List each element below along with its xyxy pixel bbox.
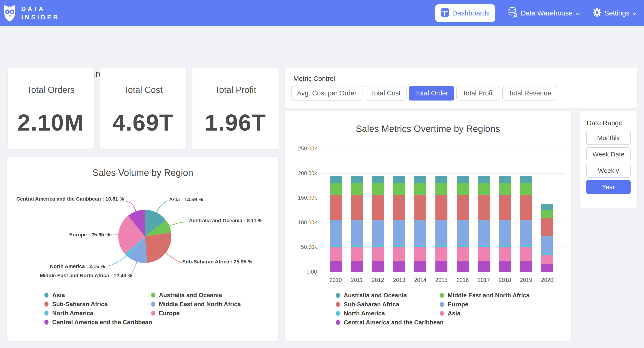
bar-segment-north-america[interactable] — [372, 245, 384, 247]
bar-segment-north-america[interactable] — [478, 245, 490, 247]
legend-item-australia-and-oceania[interactable]: Australia and Oceania — [151, 292, 241, 298]
bar-segment-europe[interactable] — [436, 220, 448, 245]
bar-segment-australia-and-oceania[interactable] — [541, 204, 553, 210]
legend-item-middle-east-and-north-africa[interactable]: Middle East and North Africa — [151, 301, 241, 307]
bar-segment-middle-east-and-north-africa[interactable] — [499, 183, 511, 195]
bar-segment-australia-and-oceania[interactable] — [520, 176, 532, 183]
legend-item-asia[interactable]: Asia — [440, 310, 530, 317]
bar-segment-australia-and-oceania[interactable] — [499, 176, 511, 183]
bar-segment-north-america[interactable] — [351, 245, 363, 247]
bar-2019[interactable] — [520, 176, 532, 272]
bar-segment-asia[interactable] — [541, 255, 553, 265]
metric-button-total-order[interactable]: Total Order — [409, 86, 454, 101]
bar-segment-north-america[interactable] — [393, 245, 405, 247]
bar-segment-europe[interactable] — [372, 220, 384, 245]
bar-2017[interactable] — [478, 176, 490, 272]
bar-segment-asia[interactable] — [414, 247, 426, 261]
bar-segment-central-america-and-the-caribbean[interactable] — [330, 261, 342, 272]
bar-segment-asia[interactable] — [372, 247, 384, 261]
bar-segment-australia-and-oceania[interactable] — [330, 176, 342, 183]
bar-segment-middle-east-and-north-africa[interactable] — [414, 183, 426, 195]
bar-segment-central-america-and-the-caribbean[interactable] — [436, 261, 448, 272]
bar-segment-middle-east-and-north-africa[interactable] — [372, 183, 384, 195]
bar-segment-middle-east-and-north-africa[interactable] — [457, 183, 469, 195]
nav-dashboards[interactable]: Dashboards — [435, 5, 495, 22]
bar-segment-asia[interactable] — [436, 247, 448, 261]
bar-2010[interactable] — [330, 176, 342, 272]
bar-segment-australia-and-oceania[interactable] — [393, 176, 405, 183]
bar-segment-middle-east-and-north-africa[interactable] — [393, 183, 405, 195]
metric-button-total-revenue[interactable]: Total Revenue — [502, 86, 557, 101]
legend-item-north-america[interactable]: North America — [44, 310, 152, 316]
bar-segment-australia-and-oceania[interactable] — [457, 176, 469, 183]
bar-segment-central-america-and-the-caribbean[interactable] — [478, 261, 490, 272]
metric-button-avg-cost-per-order[interactable]: Avg. Cost per Order — [291, 86, 362, 101]
bar-segment-central-america-and-the-caribbean[interactable] — [414, 261, 426, 272]
bar-segment-europe[interactable] — [351, 220, 363, 245]
bar-segment-asia[interactable] — [393, 247, 405, 261]
bar-segment-sub-saharan-africa[interactable] — [499, 195, 511, 220]
legend-item-central-america-and-the-caribbean[interactable]: Central America and the Caribbean — [44, 319, 152, 325]
bar-segment-australia-and-oceania[interactable] — [414, 176, 426, 183]
bar-2012[interactable] — [372, 176, 384, 272]
legend-item-north-america[interactable]: North America — [336, 310, 444, 317]
brand-logo[interactable]: DATA INSIDER — [4, 4, 60, 23]
legend-item-asia[interactable]: Asia — [44, 292, 152, 298]
bar-segment-australia-and-oceania[interactable] — [351, 176, 363, 183]
bar-segment-asia[interactable] — [351, 247, 363, 261]
bar-segment-europe[interactable] — [457, 220, 469, 245]
bar-plot-area[interactable] — [322, 149, 566, 272]
bar-segment-europe[interactable] — [541, 236, 553, 253]
bar-segment-sub-saharan-africa[interactable] — [372, 195, 384, 220]
bar-segment-central-america-and-the-caribbean[interactable] — [520, 261, 532, 272]
bar-segment-sub-saharan-africa[interactable] — [541, 218, 553, 236]
bar-segment-europe[interactable] — [330, 220, 342, 245]
bar-segment-australia-and-oceania[interactable] — [436, 176, 448, 183]
bar-segment-europe[interactable] — [414, 220, 426, 245]
nav-data-warehouse[interactable]: Data Warehouse — [508, 7, 580, 20]
bar-segment-asia[interactable] — [520, 247, 532, 261]
bar-segment-sub-saharan-africa[interactable] — [393, 195, 405, 220]
bar-segment-middle-east-and-north-africa[interactable] — [436, 183, 448, 195]
bar-segment-central-america-and-the-caribbean[interactable] — [541, 264, 553, 272]
bar-segment-central-america-and-the-caribbean[interactable] — [393, 261, 405, 272]
bar-2015[interactable] — [436, 176, 448, 272]
legend-item-middle-east-and-north-africa[interactable]: Middle East and North Africa — [440, 292, 530, 299]
pie-slice-sub-saharan-africa[interactable] — [145, 232, 172, 263]
bar-segment-sub-saharan-africa[interactable] — [457, 195, 469, 220]
date-option-year[interactable]: Year — [586, 180, 630, 194]
bar-segment-asia[interactable] — [330, 247, 342, 261]
legend-item-central-america-and-the-caribbean[interactable]: Central America and the Caribbean — [336, 319, 444, 326]
bar-segment-europe[interactable] — [393, 220, 405, 245]
date-option-week-date[interactable]: Week Date — [586, 147, 630, 161]
bar-segment-asia[interactable] — [478, 247, 490, 261]
bar-segment-north-america[interactable] — [520, 245, 532, 247]
metric-button-total-cost[interactable]: Total Cost — [365, 86, 406, 101]
bar-2011[interactable] — [351, 176, 363, 272]
bar-segment-asia[interactable] — [457, 247, 469, 261]
bar-segment-asia[interactable] — [499, 247, 511, 261]
bar-segment-australia-and-oceania[interactable] — [372, 176, 384, 183]
bar-segment-sub-saharan-africa[interactable] — [351, 195, 363, 220]
bar-segment-north-america[interactable] — [330, 245, 342, 247]
bar-2014[interactable] — [414, 176, 426, 272]
bar-segment-sub-saharan-africa[interactable] — [414, 195, 426, 220]
bar-segment-australia-and-oceania[interactable] — [478, 176, 490, 183]
bar-2020[interactable] — [541, 204, 553, 272]
bar-segment-europe[interactable] — [520, 220, 532, 245]
bar-segment-north-america[interactable] — [457, 245, 469, 247]
bar-segment-sub-saharan-africa[interactable] — [330, 195, 342, 220]
bar-segment-central-america-and-the-caribbean[interactable] — [351, 261, 363, 272]
bar-segment-europe[interactable] — [478, 220, 490, 245]
bar-segment-north-america[interactable] — [414, 245, 426, 247]
bar-segment-europe[interactable] — [499, 220, 511, 245]
bar-2018[interactable] — [499, 176, 511, 272]
nav-settings[interactable]: Settings — [593, 8, 636, 19]
bar-2016[interactable] — [457, 176, 469, 272]
legend-item-europe[interactable]: Europe — [440, 301, 530, 308]
bar-segment-sub-saharan-africa[interactable] — [478, 195, 490, 220]
bar-segment-central-america-and-the-caribbean[interactable] — [499, 261, 511, 272]
date-option-weekly[interactable]: Weekly — [586, 164, 630, 178]
bar-segment-central-america-and-the-caribbean[interactable] — [457, 261, 469, 272]
legend-item-sub-saharan-africa[interactable]: Sub-Saharan Africa — [44, 301, 152, 307]
